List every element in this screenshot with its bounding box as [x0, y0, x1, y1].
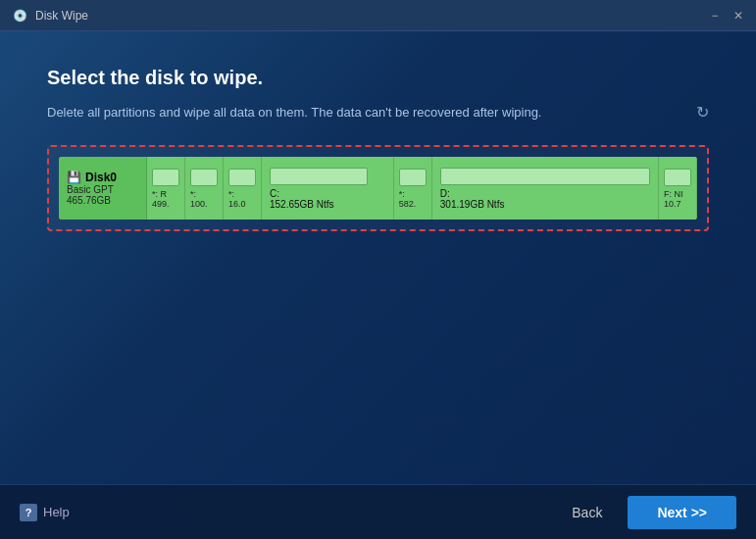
main-content: Select the disk to wipe. Delete all part…: [0, 31, 756, 231]
disk-name: 💾 Disk0: [67, 171, 138, 184]
partition-3-bar: [228, 169, 256, 186]
help-label: Help: [43, 505, 70, 519]
partition-1-label: *: R: [152, 189, 167, 199]
partition-3-label: *:: [228, 189, 234, 199]
partition-2-bar: [190, 169, 218, 186]
partition-c: C: 152.65GB Ntfs: [262, 157, 394, 220]
refresh-icon[interactable]: ↻: [696, 103, 709, 122]
back-button[interactable]: Back: [556, 497, 618, 528]
partition-d: D: 301.19GB Ntfs: [432, 157, 659, 220]
partition-d-label: D:: [440, 188, 450, 199]
partition-f-label: F: NI: [664, 189, 683, 199]
disk-type: Basic GPT: [67, 184, 138, 195]
partition-1: *: R 499.: [147, 157, 185, 220]
disk-info: 💾 Disk0 Basic GPT 465.76GB: [59, 157, 147, 220]
partition-c-size: 152.65GB Ntfs: [270, 199, 334, 210]
page-title: Select the disk to wipe.: [47, 67, 709, 89]
title-bar: 💿 Disk Wipe − ✕: [0, 0, 756, 31]
partition-d-bar: [440, 168, 650, 185]
footer-right: Back Next >>: [556, 496, 736, 529]
partition-1-size: 499.: [152, 199, 170, 209]
partition-1-bar: [152, 169, 179, 186]
partition-f: F: NI 10.7: [659, 157, 697, 220]
partition-2: *: 100.: [185, 157, 224, 220]
app-icon: 💿: [12, 8, 27, 24]
disk-size: 465.76GB: [67, 195, 138, 206]
partition-5: *: 582.: [394, 157, 432, 220]
partition-5-label: *:: [399, 189, 405, 199]
partition-5-size: 582.: [399, 199, 417, 209]
title-bar-left: 💿 Disk Wipe: [12, 8, 88, 24]
partition-2-size: 100.: [190, 199, 208, 209]
partition-5-bar: [399, 169, 427, 186]
disk-selection-area[interactable]: 💾 Disk0 Basic GPT 465.76GB *: R 499. *: …: [47, 145, 709, 231]
partition-f-bar: [664, 169, 691, 186]
partition-3: *: 16.0: [224, 157, 262, 220]
next-button[interactable]: Next >>: [628, 496, 736, 529]
partition-2-label: *:: [190, 189, 196, 199]
help-button[interactable]: ? Help: [20, 504, 70, 521]
partition-c-bar: [270, 168, 368, 185]
disk-row[interactable]: 💾 Disk0 Basic GPT 465.76GB *: R 499. *: …: [59, 157, 697, 220]
partition-c-label: C:: [270, 188, 279, 199]
subtitle-text: Delete all partitions and wipe all data …: [47, 105, 542, 120]
subtitle-row: Delete all partitions and wipe all data …: [47, 103, 709, 122]
minimize-button[interactable]: −: [705, 6, 725, 25]
close-button[interactable]: ✕: [729, 6, 748, 25]
partition-d-size: 301.19GB Ntfs: [440, 199, 505, 210]
help-icon: ?: [20, 504, 37, 521]
partition-f-size: 10.7: [664, 199, 681, 209]
footer: ? Help Back Next >>: [0, 484, 756, 539]
window-controls: − ✕: [705, 6, 748, 25]
window-title: Disk Wipe: [35, 9, 88, 23]
disk-icon: 💾: [67, 171, 81, 184]
partition-3-size: 16.0: [228, 199, 246, 209]
